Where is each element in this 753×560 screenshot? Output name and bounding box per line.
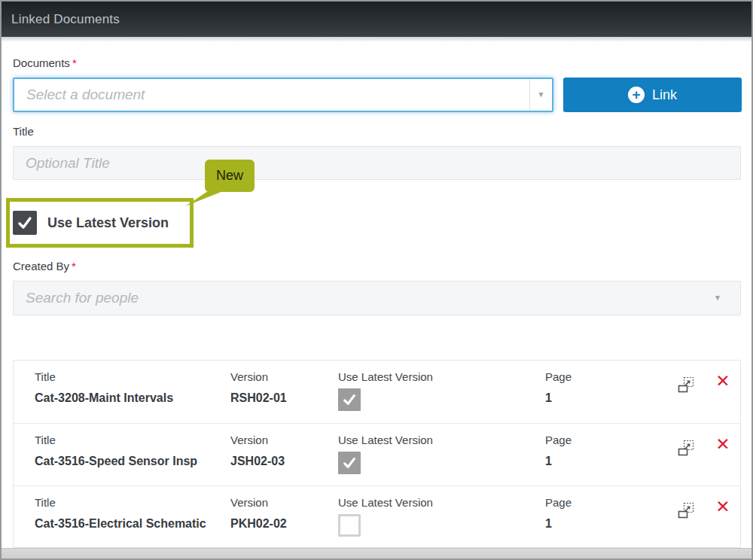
title-label: Title [13,125,34,138]
row-page-label: Page [545,370,666,383]
row-use-latest-checkbox[interactable] [338,514,361,537]
resize-button[interactable] [666,438,706,460]
row-version-label: Version [230,370,338,383]
required-asterisk: * [72,260,76,272]
row-title-value: Cat-3516-Speed Sensor Insp [35,455,230,468]
resize-button[interactable] [666,501,706,522]
row-version-label: Version [230,434,338,446]
table-row: Title Cat-3516-Electrical Schematic Vers… [14,485,740,548]
row-title-label: Title [35,496,230,509]
people-dropdown[interactable]: ▼ [705,281,730,315]
panel-title: Linked Documents [11,12,120,27]
document-select-dropdown[interactable]: ▼ [529,79,552,111]
check-icon [17,215,32,230]
check-icon [343,456,356,470]
delete-button[interactable]: ✕ [715,373,730,390]
row-title-value: Cat-3208-Maint Intervals [35,391,230,405]
document-select-input[interactable] [14,79,529,111]
created-by-field: ▼ [13,281,741,315]
check-icon [343,393,356,406]
row-use-latest-label: Use Latest Version [338,496,545,509]
new-badge-tail [179,187,236,208]
row-page-value: 1 [545,391,666,405]
resize-icon [678,376,694,393]
document-select[interactable]: ▼ [13,78,553,112]
row-use-latest-checkbox[interactable] [338,388,361,411]
linked-documents-table: Title Cat-3208-Maint Intervals Version R… [13,360,741,548]
row-version-value: JSH02-03 [230,455,338,468]
row-version-value: PKH02-02 [230,517,338,531]
row-title-label: Title [35,370,230,383]
row-use-latest-label: Use Latest Version [338,434,545,446]
row-use-latest-checkbox[interactable] [338,452,361,474]
row-use-latest-label: Use Latest Version [338,370,545,383]
resize-icon [678,440,694,456]
required-asterisk: * [72,56,77,69]
bottom-scrollbar[interactable] [2,548,751,558]
row-title-value: Cat-3516-Electrical Schematic [35,517,230,531]
panel-header: Linked Documents [2,2,751,37]
title-input[interactable] [13,146,741,180]
resize-icon [678,502,694,519]
chevron-down-icon: ▼ [538,91,545,99]
row-version-value: RSH02-01 [230,391,338,405]
row-page-value: 1 [545,517,666,531]
link-button[interactable]: + Link [563,78,742,112]
use-latest-version-row: Use Latest Version [13,211,169,235]
use-latest-version-label: Use Latest Version [47,215,169,231]
use-latest-version-checkbox[interactable] [13,211,37,235]
chevron-down-icon: ▼ [714,294,721,302]
people-search-input[interactable] [13,281,741,315]
resize-button[interactable] [666,375,706,397]
created-by-label: Created By* [13,260,76,272]
row-title-label: Title [35,434,230,446]
documents-label: Documents* [13,56,77,69]
row-version-label: Version [230,496,338,509]
table-row: Title Cat-3208-Maint Intervals Version R… [14,361,740,423]
row-page-label: Page [545,434,666,446]
row-page-value: 1 [545,455,666,468]
linked-documents-panel: Linked Documents Documents* ▼ + Link Tit… [0,0,753,560]
delete-button[interactable]: ✕ [715,498,730,516]
documents-row: ▼ + Link [13,78,742,112]
title-field [13,146,741,180]
row-page-label: Page [545,496,666,509]
plus-icon: + [628,87,645,103]
table-row: Title Cat-3516-Speed Sensor Insp Version… [14,423,740,485]
delete-button[interactable]: ✕ [715,436,730,453]
link-button-label: Link [652,87,677,103]
